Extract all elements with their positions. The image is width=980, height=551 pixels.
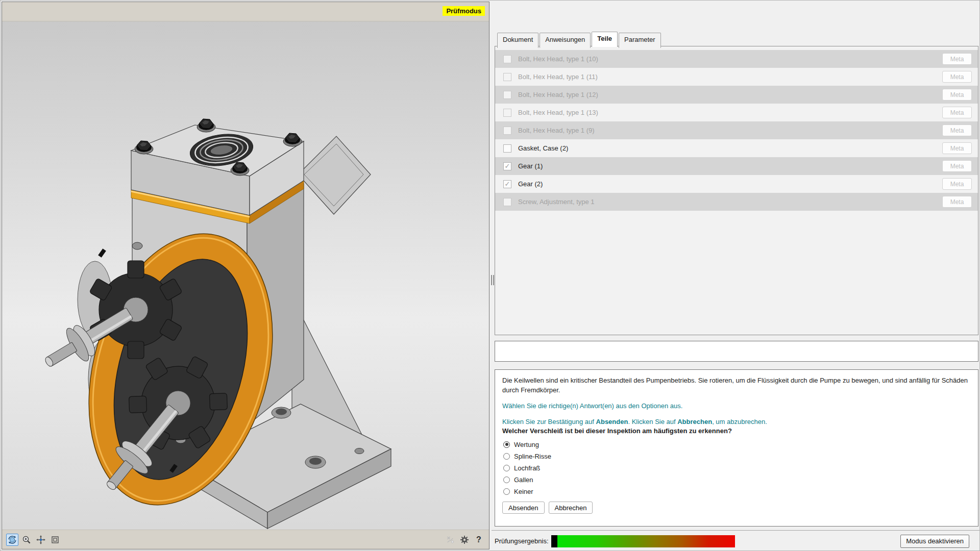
viewport-top-band: Prüfmodus	[2, 2, 489, 21]
pan-icon	[36, 535, 45, 544]
part-checkbox[interactable]	[503, 73, 511, 81]
part-checkbox[interactable]	[503, 144, 511, 153]
part-row: Bolt, Hex Head, type 1 (9)Meta	[495, 121, 978, 139]
meta-button[interactable]: Meta	[942, 53, 972, 65]
answer-option-label: Wertung	[514, 441, 539, 448]
answer-option-gallen[interactable]: Gallen	[502, 476, 971, 483]
radio-icon[interactable]	[503, 477, 510, 483]
splitter-grip-icon	[491, 275, 494, 285]
result-label: Prüfungsergebnis:	[495, 537, 549, 545]
part-label: Gear (1)	[518, 162, 543, 170]
radio-icon[interactable]	[503, 453, 510, 460]
part-row: ✓Gear (1)Meta	[495, 157, 978, 175]
fit-view-tool-button[interactable]	[49, 534, 61, 546]
mode-badge: Prüfmodus	[443, 6, 485, 16]
instruction-paragraph: Die Keilwellen sind ein kritischer Besta…	[502, 376, 971, 395]
answer-option-label: Lochfraß	[514, 464, 540, 472]
part-checkbox[interactable]	[503, 127, 511, 135]
meta-button[interactable]: Meta	[942, 71, 972, 83]
application-window: Prüfmodus	[0, 0, 980, 551]
action-buttons: Absenden Abbrechen	[502, 502, 971, 514]
pump-3d-model[interactable]	[2, 21, 489, 530]
status-bar: Prüfungsergebnis: Modus deaktivieren	[492, 530, 980, 551]
part-label: Bolt, Hex Head, type 1 (11)	[518, 73, 598, 81]
part-checkbox[interactable]	[503, 109, 511, 117]
radio-icon[interactable]	[503, 465, 510, 471]
pan-tool-button[interactable]	[35, 534, 47, 546]
part-row: Bolt, Hex Head, type 1 (12)Meta	[495, 86, 978, 104]
answer-options: WertungSpline-RisseLochfraßGallenKeiner	[502, 441, 971, 495]
answer-option-spline-risse[interactable]: Spline-Risse	[502, 453, 971, 460]
part-label: Gasket, Case (2)	[518, 144, 568, 152]
settings-gear-icon	[460, 535, 469, 544]
part-row: Screw, Adjustment, type 1Meta	[495, 193, 978, 211]
radio-icon[interactable]	[503, 488, 510, 495]
tab-dokument[interactable]: Dokument	[497, 33, 538, 48]
meta-button[interactable]: Meta	[942, 178, 972, 190]
meta-button[interactable]: Meta	[942, 107, 972, 118]
part-checkbox[interactable]	[503, 55, 511, 63]
deactivate-mode-button[interactable]: Modus deaktivieren	[900, 535, 969, 548]
instructions-panel: Die Keilwellen sind ein kritischer Besta…	[495, 369, 978, 527]
viewport-toolbar-right: ?	[444, 534, 485, 546]
tab-bar: DokumentAnweisungenTeileParameter	[497, 33, 661, 48]
part-row: Bolt, Hex Head, type 1 (13)Meta	[495, 104, 978, 121]
meta-button[interactable]: Meta	[942, 124, 972, 136]
answer-option-lochfra[interactable]: Lochfraß	[502, 464, 971, 471]
question-text: Welcher Verschleiß ist bei dieser Inspek…	[502, 427, 971, 436]
panel-splitter[interactable]	[491, 2, 494, 530]
comment-box[interactable]	[495, 341, 978, 362]
part-row: Bolt, Hex Head, type 1 (11)Meta	[495, 68, 978, 86]
zoom-in-icon	[22, 535, 31, 544]
answer-option-label: Gallen	[514, 476, 533, 484]
markup-icon	[446, 535, 455, 544]
part-label: Bolt, Hex Head, type 1 (9)	[518, 127, 595, 134]
part-row: Gasket, Case (2)Meta	[495, 139, 978, 157]
help-button[interactable]: ?	[473, 534, 485, 546]
settings-button[interactable]	[458, 534, 471, 546]
instruction-hint-2: Klicken Sie zur Bestätigung auf Absenden…	[502, 417, 971, 427]
part-checkbox[interactable]: ✓	[503, 162, 511, 170]
result-gradient-bar	[551, 535, 735, 547]
answer-option-keiner[interactable]: Keiner	[502, 488, 971, 495]
tab-teile[interactable]: Teile	[592, 32, 618, 47]
markup-tool-button[interactable]	[444, 534, 456, 546]
part-row: ✓Gear (2)Meta	[495, 175, 978, 193]
part-checkbox[interactable]: ✓	[503, 180, 511, 188]
part-label: Bolt, Hex Head, type 1 (13)	[518, 109, 598, 116]
fit-view-icon	[51, 535, 60, 544]
meta-button[interactable]: Meta	[942, 160, 972, 172]
viewport-toolbar-left	[6, 534, 61, 546]
part-label: Screw, Adjustment, type 1	[518, 198, 595, 206]
submit-button[interactable]: Absenden	[502, 502, 545, 514]
back-flange	[298, 136, 371, 214]
part-checkbox[interactable]	[503, 91, 511, 99]
cancel-button[interactable]: Abbrechen	[549, 502, 593, 514]
help-icon: ?	[476, 536, 481, 544]
meta-button[interactable]: Meta	[942, 196, 972, 208]
part-checkbox[interactable]	[503, 198, 511, 206]
zoom-tool-button[interactable]	[20, 534, 33, 546]
answer-option-wertung[interactable]: Wertung	[502, 441, 971, 448]
rotate-tool-button[interactable]	[6, 534, 18, 546]
part-label: Bolt, Hex Head, type 1 (12)	[518, 91, 598, 98]
result-marker	[551, 535, 557, 547]
meta-button[interactable]: Meta	[942, 89, 972, 101]
viewport-3d[interactable]: Prüfmodus	[2, 2, 489, 549]
part-row: Bolt, Hex Head, type 1 (10)Meta	[495, 50, 978, 68]
tab-parameter[interactable]: Parameter	[619, 33, 661, 48]
meta-button[interactable]: Meta	[942, 142, 972, 154]
rotate-icon	[8, 535, 17, 544]
parts-list: Bolt, Hex Head, type 1 (10)MetaBolt, Hex…	[495, 46, 978, 335]
radio-icon[interactable]	[503, 441, 510, 448]
instruction-hint-1: Wählen Sie die richtige(n) Antwort(en) a…	[502, 402, 971, 411]
result-gradient	[557, 535, 735, 547]
answer-option-label: Keiner	[514, 488, 533, 495]
part-label: Gear (2)	[518, 180, 543, 188]
part-label: Bolt, Hex Head, type 1 (10)	[518, 55, 598, 63]
tab-anweisungen[interactable]: Anweisungen	[540, 33, 591, 48]
viewport-toolbar: ?	[2, 530, 489, 549]
answer-option-label: Spline-Risse	[514, 453, 551, 460]
